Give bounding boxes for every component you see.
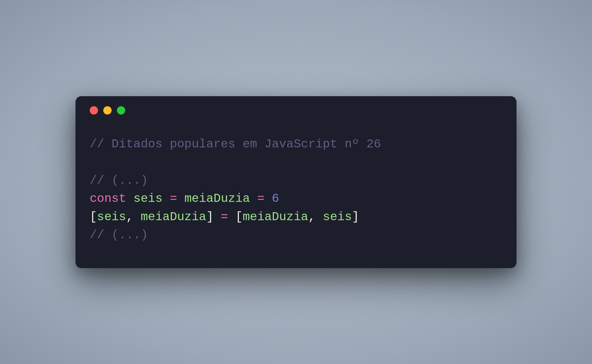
code-variable: seis: [133, 192, 163, 205]
code-space: [163, 192, 170, 205]
code-space: [177, 192, 184, 205]
code-punctuation: ,: [308, 210, 316, 224]
code-space: [213, 210, 221, 224]
code-variable: meiaDuzia: [184, 192, 250, 205]
code-bracket: [: [90, 210, 97, 224]
code-space: [228, 210, 236, 224]
maximize-icon[interactable]: [117, 106, 125, 115]
code-keyword: const: [90, 192, 126, 205]
code-space: [250, 192, 257, 205]
code-comment: // (...): [90, 228, 148, 242]
code-variable: meiaDuzia: [243, 210, 308, 224]
code-variable: seis: [323, 210, 352, 224]
code-comment: // (...): [90, 174, 148, 187]
window-titlebar: [75, 96, 517, 117]
code-operator: =: [257, 192, 265, 205]
code-punctuation: ,: [126, 210, 133, 224]
code-space: [133, 210, 141, 224]
blank-line: [90, 153, 502, 172]
code-bracket: ]: [352, 210, 359, 224]
minimize-icon[interactable]: [103, 106, 112, 115]
code-bracket: ]: [206, 210, 214, 224]
code-operator: =: [170, 192, 177, 205]
code-block: // Ditados populares em JavaScript nº 26…: [75, 117, 517, 268]
code-variable: seis: [97, 210, 126, 224]
code-window: // Ditados populares em JavaScript nº 26…: [75, 96, 517, 268]
code-operator: =: [221, 210, 228, 224]
code-variable: meiaDuzia: [141, 210, 206, 224]
code-space: [126, 192, 133, 205]
code-bracket: [: [235, 210, 243, 224]
code-space: [316, 210, 323, 224]
code-number: 6: [272, 192, 279, 205]
code-comment: // Ditados populares em JavaScript nº 26: [90, 137, 381, 151]
close-icon[interactable]: [90, 106, 98, 115]
code-space: [265, 192, 272, 205]
